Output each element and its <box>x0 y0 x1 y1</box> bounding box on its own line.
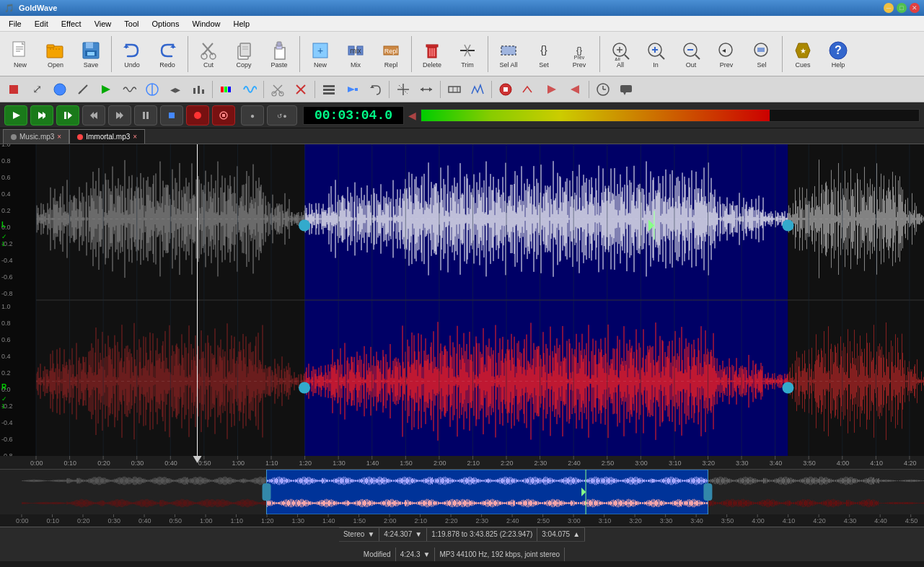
prev-button[interactable]: {}Prev Prev <box>562 34 597 74</box>
record-stop-button[interactable] <box>212 105 235 126</box>
cues-button[interactable]: ★ Cues <box>786 34 820 74</box>
zoom-prev-icon: ◂ <box>715 39 738 62</box>
trim-button[interactable]: Trim <box>450 34 485 74</box>
status-duration-arrow[interactable]: ▼ <box>415 530 422 538</box>
help-label: Help <box>832 62 845 69</box>
eff-flip[interactable] <box>564 79 586 100</box>
status-marker-arrow[interactable]: ▲ <box>573 530 580 538</box>
status-audio-info-value: MP3 44100 Hz, 192 kbps, joint stereo <box>439 550 560 558</box>
eff-arrows[interactable]: ◂▸ <box>164 79 186 100</box>
undo-button[interactable]: Undo <box>115 34 149 74</box>
eff-arrow-right[interactable] <box>341 79 363 100</box>
replace-button[interactable]: Repl Repl <box>374 34 408 74</box>
new2-button[interactable]: + New <box>303 34 338 74</box>
maximize-button[interactable]: □ <box>897 3 907 13</box>
svg-text:⤢: ⤢ <box>32 83 42 95</box>
overview-strip[interactable] <box>0 469 924 514</box>
pause-button[interactable] <box>134 105 157 126</box>
play-button[interactable] <box>4 105 27 126</box>
menu-view[interactable]: View <box>89 18 118 30</box>
eff-expand[interactable] <box>392 79 414 100</box>
tab-music-close[interactable]: × <box>57 133 61 141</box>
redo-button[interactable]: Redo <box>150 34 185 74</box>
zoom-all-button[interactable]: All All <box>603 34 638 74</box>
eff-cross[interactable] <box>290 79 312 100</box>
copy-button[interactable]: Copy <box>226 34 261 74</box>
eff-timeline[interactable] <box>444 79 465 100</box>
eff-comment[interactable] <box>615 79 637 100</box>
record-button[interactable] <box>186 105 209 126</box>
eff-arrows2[interactable] <box>415 79 437 100</box>
eff-envelope2[interactable] <box>518 79 540 100</box>
set-label: Set <box>539 62 549 69</box>
eff-equalizer[interactable] <box>188 79 209 100</box>
cut-button[interactable]: Cut <box>191 34 226 74</box>
menu-help[interactable]: Help <box>228 18 256 30</box>
eff-marker[interactable] <box>141 79 163 100</box>
waveform-canvas[interactable] <box>0 144 924 469</box>
time-display: 00:03:04.0 <box>303 106 404 125</box>
svg-line-55 <box>695 55 700 59</box>
menu-file[interactable]: File <box>3 18 27 30</box>
svg-marker-118 <box>120 112 123 119</box>
zoom-out-button[interactable]: Out <box>674 34 708 74</box>
zoom-in-icon <box>644 39 667 62</box>
tab-immortal-close[interactable]: × <box>133 133 137 141</box>
new-button[interactable]: New <box>3 34 38 74</box>
close-button[interactable]: ✕ <box>910 3 920 13</box>
set-button[interactable]: {} Set <box>527 34 561 74</box>
eff-waveform2[interactable] <box>239 79 260 100</box>
svg-text:Prev: Prev <box>574 55 585 60</box>
mix-tools: + New mix Mix Repl Repl <box>303 34 408 74</box>
svg-text:mix: mix <box>350 47 361 55</box>
help-button[interactable]: ? Help <box>821 34 855 74</box>
loop-button[interactable]: ● <box>241 105 264 126</box>
zoom-sel-button[interactable]: Sel <box>744 34 779 74</box>
tab-music[interactable]: Music.mp3 × <box>3 129 69 144</box>
selection-tools: Sel All {} Set {}Prev Prev <box>491 34 597 74</box>
tab-immortal[interactable]: Immortal.mp3 × <box>69 129 145 144</box>
eff-circle[interactable] <box>49 79 71 100</box>
eff-bars[interactable] <box>318 79 340 100</box>
eff-scissors[interactable] <box>267 79 289 100</box>
eff-waveform[interactable] <box>118 79 140 100</box>
undo-label: Undo <box>124 62 140 69</box>
eff-move[interactable]: ⤢ <box>26 79 48 100</box>
paste-button[interactable]: Paste <box>262 34 296 74</box>
eff-colorbar[interactable] <box>216 79 237 100</box>
eff-envelope[interactable] <box>467 79 488 100</box>
play-selection-button[interactable] <box>30 105 53 126</box>
fast-forward-button[interactable] <box>108 105 131 126</box>
zoom-out-icon <box>679 39 703 62</box>
menu-tool[interactable]: Tool <box>118 18 144 30</box>
rewind-button[interactable] <box>82 105 105 126</box>
eff-undo-small[interactable] <box>364 79 386 100</box>
menu-options[interactable]: Options <box>146 18 185 30</box>
mix-button[interactable]: mix Mix <box>338 34 373 74</box>
save-button[interactable]: Save <box>74 34 108 74</box>
zoom-prev-button[interactable]: ◂ Prev <box>709 34 744 74</box>
eff-stop[interactable] <box>3 79 25 100</box>
volume-bar-container[interactable] <box>421 109 920 122</box>
loop-toggle[interactable]: ↺● <box>267 105 297 126</box>
play-marker-button[interactable] <box>56 105 79 126</box>
menu-window[interactable]: Window <box>186 18 226 30</box>
status-file-arrow[interactable]: ▼ <box>423 550 430 558</box>
menu-edit[interactable]: Edit <box>29 18 54 30</box>
delete-button[interactable]: Delete <box>415 34 449 74</box>
zoom-in-button[interactable]: In <box>638 34 673 74</box>
eff-clock[interactable] <box>592 79 614 100</box>
eff-pencil[interactable] <box>72 79 94 100</box>
svg-marker-112 <box>43 112 45 119</box>
svg-marker-97 <box>429 87 432 92</box>
menu-effect[interactable]: Effect <box>56 18 87 30</box>
svg-rect-98 <box>449 87 460 92</box>
eff-play-arrow[interactable] <box>95 79 117 100</box>
open-button[interactable]: Open <box>38 34 73 74</box>
eff-forward[interactable] <box>541 79 563 100</box>
minimize-button[interactable]: ─ <box>884 3 894 13</box>
status-mode-arrow[interactable]: ▼ <box>367 530 374 538</box>
eff-stop-red[interactable] <box>495 79 516 100</box>
selall-button[interactable]: Sel All <box>491 34 526 74</box>
stop-button[interactable] <box>160 105 183 126</box>
